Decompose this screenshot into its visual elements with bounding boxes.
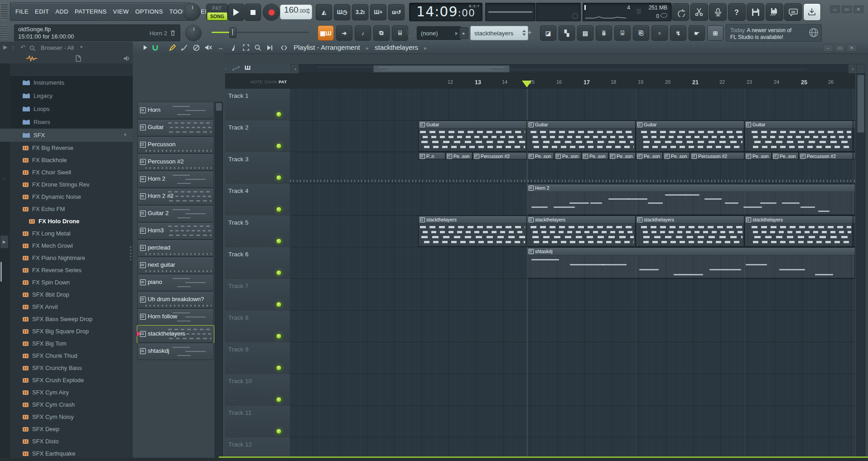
sample-sfx-bass-sweep-drop[interactable]: SFX Bass Sweep Drop: [10, 313, 133, 325]
pattern-item-piano[interactable]: piano: [137, 274, 214, 291]
pattern-item-horn-2-2[interactable]: Horn 2 #2: [137, 188, 214, 205]
touch-controller-icon[interactable]: ↯: [670, 25, 686, 41]
menu-edit[interactable]: EDIT: [32, 8, 52, 15]
sample-fx-long-metal[interactable]: FX Long Metal: [10, 227, 133, 240]
scroll-up-icon[interactable]: ⌃: [2, 178, 5, 182]
focused-generator-selector[interactable]: (none): [417, 26, 461, 40]
add-pattern-button[interactable]: +: [526, 27, 534, 38]
ruler-mode-note[interactable]: NOTE: [251, 80, 263, 84]
select-icon[interactable]: [242, 43, 250, 52]
browser-title[interactable]: Browser - All: [41, 44, 74, 51]
clip-guitar[interactable]: Guitar: [853, 120, 855, 152]
samples-tab-icon[interactable]: [26, 55, 38, 62]
track-header-10[interactable]: Track 10···: [225, 374, 290, 406]
sample-play-marker[interactable]: ▶: [0, 235, 8, 248]
brush-icon[interactable]: [180, 43, 188, 52]
pattern-item-shtaskdj[interactable]: shtaskdj: [137, 343, 214, 360]
track-options[interactable]: ···: [230, 239, 237, 245]
time-display[interactable]: 14:09:00 B:S:T: [409, 3, 482, 21]
track-mute-led[interactable]: [276, 302, 282, 307]
cpu-memory-panel[interactable]: 4 251 MB 0: [583, 3, 671, 21]
folder-instruments[interactable]: Instruments: [10, 76, 133, 89]
pattern-item-stackthelayers[interactable]: stackthelayers: [137, 326, 214, 343]
sample-fx-dynamic-noise[interactable]: FX Dynamic Noise: [10, 191, 133, 203]
track-mute-led[interactable]: [276, 397, 282, 403]
panel-splitter-grip[interactable]: [130, 246, 131, 260]
clip-stackthelayers[interactable]: stackthelayers: [744, 216, 853, 247]
step-sequencer-view-icon[interactable]: ▦Ш: [318, 25, 334, 41]
clip-pe-son[interactable]: Pe..son: [445, 152, 473, 159]
clip-stackthelayers[interactable]: stackthelayers: [418, 216, 527, 247]
channel-rack-icon[interactable]: ▤: [577, 25, 593, 41]
preview-icon[interactable]: [265, 43, 274, 52]
feedback-icon[interactable]: [784, 3, 802, 21]
typing-keyboard-icon[interactable]: ⌸: [392, 25, 408, 41]
song-mode-badge[interactable]: SONG: [207, 12, 227, 20]
clip-percusson-2[interactable]: Percusson #2: [799, 152, 853, 159]
track-mute-led[interactable]: [276, 206, 282, 212]
main-volume-knob[interactable]: [183, 3, 201, 21]
pattern-item-guitar-2[interactable]: Guitar 2: [137, 205, 214, 222]
ruler-mode-pat[interactable]: PAT: [279, 80, 287, 84]
delete-icon[interactable]: [192, 43, 200, 52]
track-options[interactable]: ···: [230, 176, 237, 181]
wait-for-input-icon[interactable]: Ш◷: [334, 4, 350, 20]
browser-up-icon[interactable]: ↑: [12, 44, 15, 51]
playlist-icon[interactable]: ◪: [540, 25, 556, 41]
sample-fx-spin-down[interactable]: FX Spin Down: [10, 276, 133, 288]
sample-sfx-disto[interactable]: SFX Disto: [10, 435, 133, 447]
clip-pe-son[interactable]: Pe..son: [554, 152, 581, 159]
save-icon[interactable]: [747, 3, 764, 21]
sample-fx-choir-swell[interactable]: FX Choir Swell: [10, 166, 133, 178]
pattern-item-guitar[interactable]: Guitar: [137, 119, 214, 136]
track-header-1[interactable]: Track 1···: [225, 89, 290, 121]
undo-icon[interactable]: [671, 3, 689, 21]
files-tab-icon[interactable]: [75, 55, 82, 62]
track-header-7[interactable]: Track 7···: [225, 279, 290, 311]
breadcrumb-root[interactable]: Playlist - Arrangement: [294, 43, 360, 51]
pitch-slider-thumb[interactable]: [229, 27, 236, 38]
shop-icon[interactable]: ⊞: [707, 25, 723, 41]
playlist-zoom-button[interactable]: [856, 64, 865, 74]
clip-pe-son[interactable]: Pe..son: [772, 152, 799, 159]
pattern-item-next-guitar[interactable]: next guitar: [137, 257, 214, 274]
browser-back-icon[interactable]: ↶: [20, 44, 25, 51]
track-header-8[interactable]: Track 8···: [225, 311, 290, 343]
track-header-11[interactable]: Track 11···: [225, 406, 290, 438]
clip-shtaskdj[interactable]: shtaskdj: [527, 247, 855, 279]
blend-notes-icon[interactable]: ш↺: [388, 4, 405, 20]
clip-guitar[interactable]: Guitar: [418, 120, 527, 152]
sample-fx-piano-nightmare[interactable]: FX Piano Nightmare: [10, 252, 133, 264]
sample-fx-drone-strings-rev[interactable]: FX Drone Strings Rev: [10, 178, 133, 191]
horizontal-scrollbar-thumb[interactable]: [373, 65, 510, 72]
track-header-4[interactable]: Track 4···: [225, 184, 290, 216]
track-options[interactable]: ···: [230, 429, 237, 435]
playhead-marker[interactable]: [522, 81, 532, 87]
sample-sfx-big-square-drop[interactable]: SFX Big Square Drop: [10, 325, 133, 337]
export-icon[interactable]: [803, 3, 821, 21]
sample-fx-reverse-series[interactable]: FX Reverse Series: [10, 264, 133, 276]
pattern-list-scrollbar[interactable]: [215, 102, 223, 461]
track-mute-led[interactable]: [276, 333, 282, 339]
track-mute-led[interactable]: [276, 111, 282, 117]
automation-corner-icon[interactable]: [232, 66, 240, 71]
track-header-5[interactable]: Track 5···: [225, 216, 290, 248]
clip-stackthelayers[interactable]: stackthelayers: [853, 216, 855, 247]
stop-button[interactable]: [245, 4, 261, 21]
sample-fx-holo-drone[interactable]: FX Holo Drone: [10, 215, 133, 227]
sample-fx-echo-fm[interactable]: FX Echo FM: [10, 203, 133, 215]
song-position-icon[interactable]: [280, 43, 288, 52]
clip-stackthelayers[interactable]: stackthelayers: [527, 216, 636, 247]
clip-horn-2[interactable]: Horn 2: [527, 184, 855, 215]
track-mute-led[interactable]: [276, 365, 282, 371]
multilink-icon[interactable]: ☛: [689, 25, 705, 41]
sample-sfx-big-tom[interactable]: SFX Big Tom: [10, 337, 133, 350]
clip-guitar[interactable]: Guitar: [527, 120, 636, 152]
maximize-button[interactable]: ▭: [842, 5, 852, 13]
plugins-tab-icon[interactable]: [123, 55, 130, 62]
playlist-maximize-button[interactable]: ▭: [835, 44, 845, 52]
track-options[interactable]: ···: [230, 144, 237, 149]
clip-stackthelayers[interactable]: stackthelayers: [636, 216, 744, 247]
pattern-item-horn-follow[interactable]: Horn follow: [137, 308, 214, 326]
pattern-item-percusson-2[interactable]: Percusson #2: [137, 154, 214, 171]
